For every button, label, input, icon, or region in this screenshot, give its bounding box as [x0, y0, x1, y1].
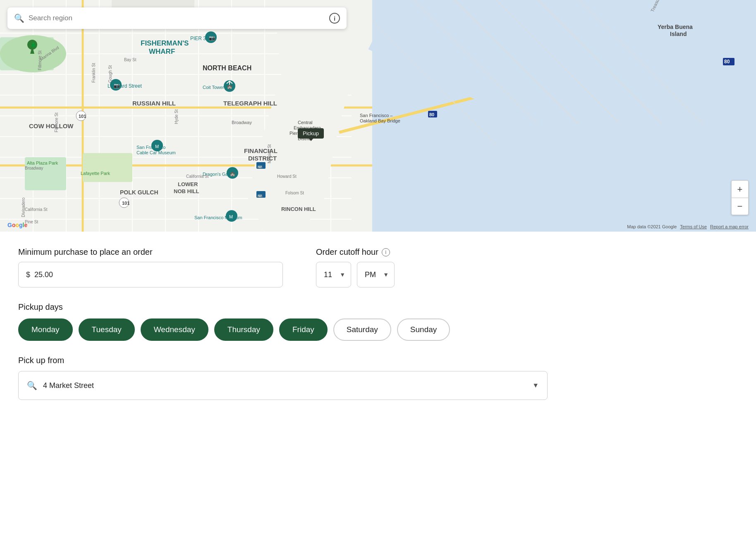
day-tuesday[interactable]: Tuesday	[79, 318, 135, 341]
svg-text:WHARF: WHARF	[149, 48, 175, 55]
svg-text:Broadway: Broadway	[25, 166, 43, 170]
svg-text:FISHERMAN'S: FISHERMAN'S	[141, 39, 189, 47]
svg-text:101: 101	[79, 114, 86, 119]
svg-text:Coit Tower: Coit Tower	[203, 85, 224, 90]
min-purchase-input[interactable]	[34, 270, 275, 279]
min-purchase-input-wrapper: $	[18, 262, 283, 287]
svg-text:California St: California St	[186, 174, 209, 179]
svg-text:Mission St: Mission St	[267, 144, 272, 163]
day-monday[interactable]: Monday	[18, 318, 73, 341]
svg-text:Bay St: Bay St	[124, 57, 136, 62]
svg-text:FINANCIAL: FINANCIAL	[244, 147, 278, 154]
map-zoom-controls: + −	[731, 180, 749, 215]
svg-text:RINCON HILL: RINCON HILL	[281, 206, 316, 212]
cutoff-hour-label: Order cutoff hour i	[316, 247, 395, 257]
svg-text:Gough St: Gough St	[108, 65, 112, 83]
map-search-icon: 🔍	[14, 13, 24, 23]
svg-text:Oakland Bay Bridge: Oakland Bay Bridge	[360, 118, 400, 123]
svg-text:California St: California St	[25, 207, 48, 212]
zoom-out-button[interactable]: −	[731, 198, 749, 215]
cutoff-hour-group: Order cutoff hour i 1 2 3 4 5 6 7 8	[316, 247, 395, 287]
currency-symbol: $	[26, 270, 30, 279]
svg-text:POLK GULCH: POLK GULCH	[120, 189, 158, 196]
svg-text:🌲: 🌲	[30, 42, 36, 48]
svg-text:🚌: 🚌	[257, 163, 263, 169]
svg-text:📷: 📷	[114, 82, 120, 89]
svg-text:Central: Central	[298, 120, 312, 125]
days-row: Monday Tuesday Wednesday Thursday Friday…	[18, 318, 544, 341]
svg-text:📷: 📷	[209, 35, 215, 41]
svg-text:M: M	[155, 144, 159, 149]
pickup-search-icon: 🔍	[27, 381, 37, 390]
svg-text:Divisadero: Divisadero	[21, 197, 26, 217]
svg-text:Lafayette Park: Lafayette Park	[81, 171, 110, 176]
svg-text:LOWER: LOWER	[178, 181, 198, 187]
pickup-days-section: Pickup days Monday Tuesday Wednesday Thu…	[18, 302, 544, 341]
svg-text:NOB HILL: NOB HILL	[174, 188, 199, 194]
svg-text:Yerba Buena: Yerba Buena	[658, 24, 693, 30]
report-link[interactable]: Report a map error	[710, 224, 749, 229]
min-purchase-label: Minimum purchase to place an order	[18, 247, 283, 257]
map-data-text: Map data ©2021 Google	[627, 224, 677, 229]
svg-text:80: 80	[429, 112, 434, 117]
day-thursday[interactable]: Thursday	[214, 318, 273, 341]
svg-text:COW HOLLOW: COW HOLLOW	[29, 122, 74, 129]
map-search-bar[interactable]: 🔍 i	[7, 7, 347, 29]
svg-text:Franklin St: Franklin St	[91, 63, 96, 83]
day-friday[interactable]: Friday	[279, 318, 328, 341]
svg-text:Island: Island	[670, 31, 687, 37]
pickup-from-value: 4 Market Street	[43, 381, 539, 390]
pickup-from-section: Pick up from 🔍 4 Market Street ▼	[18, 356, 544, 400]
map-container: FISHERMAN'S WHARF NORTH BEACH COW HOLLOW…	[0, 0, 756, 232]
min-purchase-group: Minimum purchase to place an order $	[18, 247, 283, 287]
cutoff-hour-wrapper: 1 2 3 4 5 6 7 8 9 10 11 12	[316, 262, 351, 287]
cutoff-period-wrapper: AM PM ▼	[357, 262, 395, 287]
svg-text:M: M	[229, 214, 233, 219]
pickup-dropdown-arrow: ▼	[532, 382, 539, 389]
cutoff-period-select[interactable]: AM PM	[357, 262, 395, 287]
svg-text:Folsom St: Folsom St	[285, 191, 304, 195]
svg-rect-30	[83, 153, 132, 182]
map-info-button[interactable]: i	[329, 13, 340, 24]
form-section: Minimum purchase to place an order $ Ord…	[0, 232, 562, 417]
svg-text:NORTH BEACH: NORTH BEACH	[203, 65, 251, 72]
map-svg: FISHERMAN'S WHARF NORTH BEACH COW HOLLOW…	[0, 0, 756, 232]
svg-text:Alta Plaza Park: Alta Plaza Park	[27, 160, 58, 165]
pickup-from-input-wrapper[interactable]: 🔍 4 Market Street ▼	[18, 371, 548, 400]
terms-link[interactable]: Terms of Use	[680, 224, 707, 229]
form-row-top: Minimum purchase to place an order $ Ord…	[18, 247, 544, 287]
svg-text:DISTRICT: DISTRICT	[248, 155, 277, 162]
svg-text:🏰: 🏰	[230, 171, 235, 177]
cutoff-info-icon[interactable]: i	[382, 248, 390, 256]
zoom-in-button[interactable]: +	[731, 180, 749, 198]
svg-text:Howard St: Howard St	[277, 174, 297, 179]
svg-text:Hyde St: Hyde St	[174, 109, 179, 124]
map-search-input[interactable]	[29, 14, 325, 22]
google-logo: Google	[7, 222, 27, 228]
svg-text:80: 80	[724, 59, 730, 65]
day-saturday[interactable]: Saturday	[333, 318, 391, 341]
svg-text:Fillmore St: Fillmore St	[54, 113, 59, 132]
day-wednesday[interactable]: Wednesday	[141, 318, 208, 341]
svg-text:San Francisco –: San Francisco –	[360, 113, 393, 118]
page-wrapper: FISHERMAN'S WHARF NORTH BEACH COW HOLLOW…	[0, 0, 756, 417]
svg-text:TELEGRAPH HILL: TELEGRAPH HILL	[223, 100, 277, 107]
svg-text:101: 101	[122, 201, 129, 206]
map-attribution: Map data ©2021 Google Terms of Use Repor…	[627, 224, 749, 229]
cutoff-hour-select[interactable]: 1 2 3 4 5 6 7 8 9 10 11 12	[316, 262, 351, 287]
svg-text:🚌: 🚌	[257, 192, 263, 198]
svg-text:RUSSIAN HILL: RUSSIAN HILL	[132, 100, 176, 107]
pickup-from-label: Pick up from	[18, 356, 544, 365]
day-sunday[interactable]: Sunday	[397, 318, 450, 341]
pickup-badge: Pickup	[298, 128, 324, 139]
svg-text:🏰: 🏰	[227, 84, 232, 89]
svg-text:Broadway: Broadway	[232, 120, 252, 125]
pickup-days-label: Pickup days	[18, 302, 544, 312]
cutoff-row: 1 2 3 4 5 6 7 8 9 10 11 12	[316, 262, 395, 287]
